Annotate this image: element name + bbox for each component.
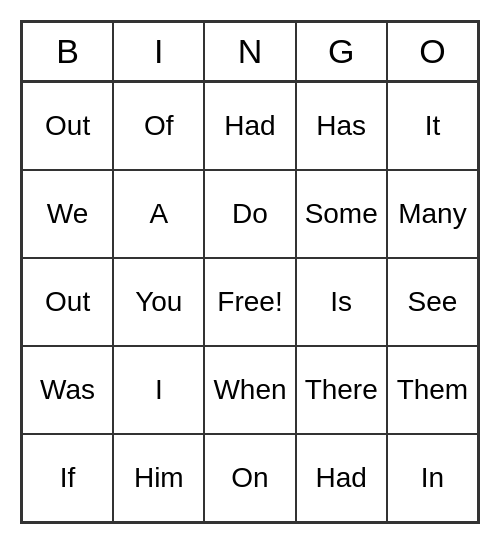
bingo-cell-r3-c1: I [113,346,204,434]
bingo-cell-r4-c4: In [387,434,478,522]
bingo-row-0: OutOfHadHasIt [22,82,478,170]
bingo-cell-r1-c4: Many [387,170,478,258]
bingo-cell-r1-c3: Some [296,170,387,258]
bingo-cell-r0-c0: Out [22,82,113,170]
bingo-cell-r1-c0: We [22,170,113,258]
bingo-cell-r3-c4: Them [387,346,478,434]
bingo-cell-r3-c3: There [296,346,387,434]
bingo-header-row: BINGO [22,22,478,82]
bingo-row-2: OutYouFree!IsSee [22,258,478,346]
bingo-cell-r4-c3: Had [296,434,387,522]
bingo-cell-r3-c0: Was [22,346,113,434]
bingo-cell-r2-c2: Free! [204,258,295,346]
header-cell-n: N [204,22,295,82]
bingo-card: BINGO OutOfHadHasItWeADoSomeManyOutYouFr… [20,20,480,524]
bingo-cell-r1-c2: Do [204,170,295,258]
bingo-cell-r0-c4: It [387,82,478,170]
bingo-row-1: WeADoSomeMany [22,170,478,258]
bingo-cell-r2-c3: Is [296,258,387,346]
header-cell-o: O [387,22,478,82]
bingo-row-3: WasIWhenThereThem [22,346,478,434]
header-cell-b: B [22,22,113,82]
bingo-cell-r2-c4: See [387,258,478,346]
bingo-cell-r1-c1: A [113,170,204,258]
bingo-cell-r2-c0: Out [22,258,113,346]
header-cell-g: G [296,22,387,82]
bingo-cell-r4-c0: If [22,434,113,522]
header-cell-i: I [113,22,204,82]
bingo-cell-r4-c2: On [204,434,295,522]
bingo-cell-r0-c1: Of [113,82,204,170]
bingo-cell-r3-c2: When [204,346,295,434]
bingo-cell-r0-c2: Had [204,82,295,170]
bingo-cell-r0-c3: Has [296,82,387,170]
bingo-cell-r4-c1: Him [113,434,204,522]
bingo-cell-r2-c1: You [113,258,204,346]
bingo-row-4: IfHimOnHadIn [22,434,478,522]
